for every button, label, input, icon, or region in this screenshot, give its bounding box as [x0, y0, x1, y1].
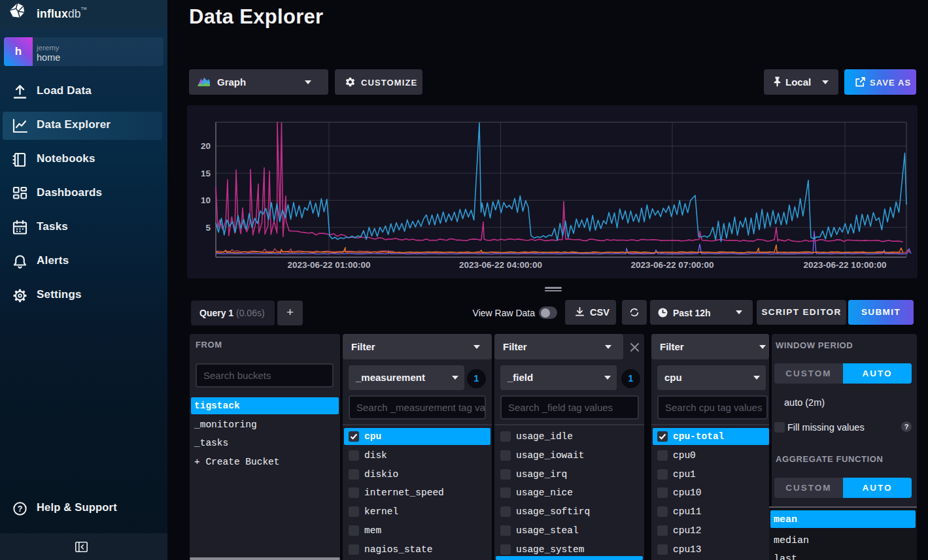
- svg-text:15: 15: [201, 169, 211, 178]
- svg-text:2023-06-22 04:00:00: 2023-06-22 04:00:00: [459, 260, 542, 270]
- svg-text:10: 10: [201, 195, 211, 205]
- svg-text:2023-06-22 07:00:00: 2023-06-22 07:00:00: [631, 260, 714, 270]
- svg-text:20: 20: [201, 141, 211, 151]
- svg-text:2023-06-22 01:00:00: 2023-06-22 01:00:00: [288, 260, 371, 270]
- svg-text:5: 5: [205, 223, 211, 233]
- svg-text:2023-06-22 10:00:00: 2023-06-22 10:00:00: [804, 260, 887, 270]
- svg-text:?: ?: [18, 504, 23, 514]
